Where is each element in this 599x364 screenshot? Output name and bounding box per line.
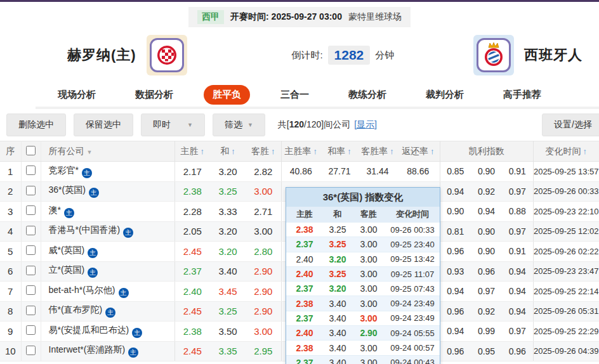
popup-rows: 2.38 3.25 3.00 09-26 00:33 2.37 3.25 3.0… <box>286 222 440 364</box>
row-checkbox[interactable] <box>26 245 36 255</box>
header-away-odds[interactable]: 客胜↑ <box>246 141 281 162</box>
away-odds[interactable]: 2.82 <box>246 162 281 182</box>
draw-odds[interactable]: 3.35 <box>210 341 246 361</box>
away-odds[interactable]: 3.00 <box>246 322 281 342</box>
popup-away-odds: 3.00 <box>352 343 385 353</box>
company-cell[interactable]: 澳*主 <box>41 202 174 222</box>
away-team: 西班牙人 <box>473 35 583 75</box>
odds-history-popup: 36*(英国) 指数变化 主胜 和 客胜 变化时间 2.38 3.25 3.00… <box>286 187 440 364</box>
main-market-badge-icon: 主 <box>123 228 133 238</box>
company-name: 澳* <box>49 205 61 215</box>
away-odds[interactable]: 2.90 <box>246 301 281 322</box>
away-odds[interactable]: 2.90 <box>246 282 281 302</box>
company-cell[interactable]: 竞彩官*主 <box>41 162 174 182</box>
kelly-draw: 0.92 <box>471 301 502 322</box>
header-company[interactable]: 所有公司▼ <box>41 141 174 162</box>
countdown-value: 1282 <box>328 46 371 65</box>
home-odds[interactable]: 2.38 <box>174 322 210 342</box>
tab[interactable]: 三合一 <box>272 85 318 105</box>
change-time: 2025-09-23 22:10 <box>533 202 599 222</box>
draw-odds[interactable]: 3.25 <box>210 181 246 202</box>
company-cell[interactable]: 威*(英国)主 <box>41 242 174 262</box>
company-cell[interactable]: 易*(安提瓜和巴布达)主 <box>41 322 174 342</box>
header-home-odds[interactable]: 主胜↑ <box>174 141 210 162</box>
company-name: 伟*(直布罗陀) <box>49 304 103 315</box>
tab[interactable]: 裁判分析 <box>417 85 473 105</box>
home-odds[interactable]: 2.45 <box>174 341 210 361</box>
home-odds[interactable]: 2.38 <box>174 181 210 202</box>
header-change-time[interactable]: 变化时间↑ <box>533 141 599 162</box>
change-time: 2025-09-26 00:33 <box>533 181 599 202</box>
company-cell[interactable]: 伟*(直布罗陀)主 <box>41 301 174 322</box>
away-odds[interactable]: 3.00 <box>246 181 281 202</box>
row-checkbox[interactable] <box>26 205 36 215</box>
filter-dropdown[interactable]: 筛选 ▼ <box>213 114 265 136</box>
live-odds-dropdown[interactable]: 即时 ▼ <box>141 114 205 136</box>
away-odds[interactable]: 2.71 <box>246 202 281 222</box>
sort-asc-icon: ↑ <box>231 146 235 156</box>
row-checkbox[interactable] <box>26 166 36 175</box>
popup-change-time: 09-25 13:42 <box>385 254 440 264</box>
header-draw-rate[interactable]: 和率↑ <box>320 141 359 162</box>
tab[interactable]: 数据分析 <box>126 85 182 105</box>
popup-change-time: 09-25 07:43 <box>385 284 440 294</box>
tab[interactable]: 高手推荐 <box>494 85 550 105</box>
header-return-rate[interactable]: 返还率↑ <box>397 141 440 162</box>
popup-title: 36*(英国) 指数变化 <box>286 188 440 207</box>
away-odds[interactable]: 2.95 <box>246 341 281 361</box>
header-draw-odds[interactable]: 和↑ <box>210 141 246 162</box>
company-name: Interwet*(塞浦路斯) <box>49 344 126 354</box>
main-market-badge-icon: 主 <box>132 328 142 338</box>
company-cell[interactable]: Interwet*(塞浦路斯)主 <box>41 341 174 361</box>
draw-odds[interactable]: 3.33 <box>210 202 246 222</box>
home-odds[interactable]: 2.05 <box>174 221 210 242</box>
home-team: 赫罗纳(主) <box>67 35 187 75</box>
draw-odds[interactable]: 3.20 <box>210 242 246 262</box>
header-home-rate[interactable]: 主胜率↑ <box>281 141 320 162</box>
filter-dropdown-label: 筛选 <box>225 119 242 131</box>
row-checkbox[interactable] <box>26 325 36 335</box>
select-all-checkbox[interactable] <box>26 146 36 155</box>
row-checkbox[interactable] <box>26 285 36 295</box>
home-odds[interactable]: 2.45 <box>174 301 210 322</box>
settings-select-button[interactable]: 设置/选择 <box>542 114 599 136</box>
main-market-badge-icon: 主 <box>128 348 138 358</box>
row-checkbox[interactable] <box>26 226 36 235</box>
tab[interactable]: 现场分析 <box>49 85 105 105</box>
home-odds[interactable]: 2.45 <box>174 242 210 262</box>
draw-odds[interactable]: 3.50 <box>210 322 246 342</box>
row-checkbox[interactable] <box>26 266 36 275</box>
draw-odds[interactable]: 3.20 <box>210 162 246 182</box>
home-team-name: 赫罗纳(主) <box>67 46 136 65</box>
company-cell[interactable]: 36*(英国)主 <box>41 181 174 202</box>
popup-away-odds: 3.00 <box>352 313 385 323</box>
draw-odds[interactable]: 3.45 <box>210 282 246 302</box>
header-away-rate[interactable]: 客胜率↑ <box>359 141 397 162</box>
draw-odds[interactable]: 3.40 <box>210 261 246 282</box>
delete-selected-button[interactable]: 删除选中 <box>6 114 66 136</box>
draw-odds[interactable]: 3.20 <box>210 221 246 242</box>
kelly-home: 0.90 <box>440 202 471 222</box>
away-odds[interactable]: 2.80 <box>246 242 281 262</box>
kelly-home: 0.93 <box>440 261 471 282</box>
away-odds[interactable]: 2.90 <box>246 261 281 282</box>
home-odds[interactable]: 2.28 <box>174 202 210 222</box>
keep-selected-button[interactable]: 保留选中 <box>74 114 133 136</box>
company-cell[interactable]: 立*(英国)主 <box>41 261 174 282</box>
company-cell[interactable]: 香港马*(中国香港)主 <box>41 221 174 242</box>
draw-odds[interactable]: 3.25 <box>210 301 246 322</box>
away-odds[interactable]: 3.00 <box>246 221 281 242</box>
home-odds[interactable]: 2.40 <box>174 282 210 302</box>
company-cell[interactable]: bet-at-h*(马尔他)主 <box>41 282 174 302</box>
tab[interactable]: 胜平负 <box>204 85 250 105</box>
row-checkbox-cell <box>21 301 41 322</box>
row-checkbox[interactable] <box>26 186 36 195</box>
toolbar: 删除选中 保留选中 即时 ▼ 筛选 ▼ 共[120/120]间公司[显示] 设置… <box>0 109 599 141</box>
home-odds[interactable]: 2.37 <box>174 261 210 282</box>
row-checkbox[interactable] <box>26 306 36 315</box>
tab[interactable]: 教练分析 <box>339 85 395 105</box>
home-odds[interactable]: 2.17 <box>174 162 210 182</box>
away-team-logo <box>473 35 514 75</box>
row-checkbox[interactable] <box>26 346 36 355</box>
show-link[interactable]: [显示] <box>354 119 377 129</box>
